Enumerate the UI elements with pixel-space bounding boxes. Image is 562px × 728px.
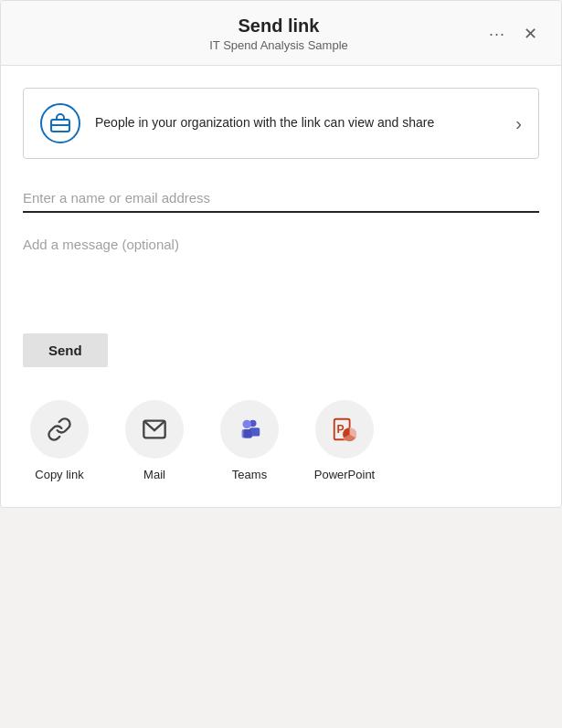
svg-point-5 — [243, 420, 251, 428]
teams-label: Teams — [232, 468, 267, 481]
send-button[interactable]: Send — [23, 333, 108, 367]
mail-label: Mail — [143, 468, 165, 481]
send-link-modal: Send link IT Spend Analysis Sample ··· ✕… — [0, 0, 562, 508]
copy-link-icon-wrap — [30, 400, 89, 459]
powerpoint-option[interactable]: P PowerPoint — [308, 400, 381, 481]
teams-option[interactable]: Teams — [213, 400, 286, 481]
modal-content: People in your organization with the lin… — [1, 66, 561, 507]
name-input-section — [23, 185, 539, 213]
copy-link-label: Copy link — [35, 468, 83, 481]
header-center: Send link IT Spend Analysis Sample — [74, 16, 483, 52]
teams-icon — [236, 416, 263, 443]
close-button[interactable]: ✕ — [518, 20, 543, 47]
share-options: Copy link Mail — [23, 396, 539, 481]
link-icon — [47, 417, 72, 442]
modal-header: Send link IT Spend Analysis Sample ··· ✕ — [1, 1, 561, 66]
permission-text: People in your organization with the lin… — [95, 114, 508, 132]
ellipsis-icon: ··· — [489, 25, 505, 44]
teams-icon-wrap — [220, 400, 279, 459]
mail-icon — [142, 417, 167, 442]
svg-rect-7 — [243, 429, 251, 438]
header-actions: ··· ✕ — [483, 20, 543, 47]
message-textarea[interactable] — [23, 231, 539, 304]
permission-card[interactable]: People in your organization with the lin… — [23, 88, 539, 159]
modal-title: Send link — [74, 16, 483, 37]
chevron-right-icon: › — [515, 113, 522, 134]
powerpoint-icon: P — [331, 416, 358, 443]
powerpoint-icon-wrap: P — [315, 400, 374, 459]
name-email-input[interactable] — [23, 185, 539, 213]
more-options-button[interactable]: ··· — [483, 21, 511, 47]
modal-subtitle: IT Spend Analysis Sample — [74, 38, 483, 52]
powerpoint-label: PowerPoint — [314, 468, 375, 481]
copy-link-option[interactable]: Copy link — [23, 400, 96, 481]
briefcase-icon — [49, 112, 71, 134]
close-icon: ✕ — [524, 24, 537, 44]
permission-icon-wrap — [40, 103, 80, 143]
mail-option[interactable]: Mail — [118, 400, 191, 481]
mail-icon-wrap — [125, 400, 184, 459]
message-section — [23, 231, 539, 308]
